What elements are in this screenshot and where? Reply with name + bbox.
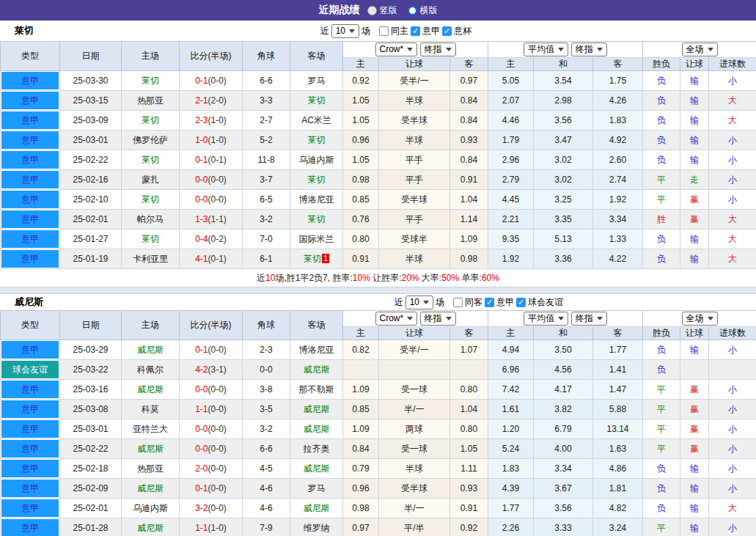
home-team: 莱切 <box>122 150 180 170</box>
odds-cell: 0.97 <box>343 518 379 536</box>
corner-cell: 6-1 <box>243 249 290 269</box>
result-cell: 小 <box>709 170 756 190</box>
avg-odds-cell: 4.17 <box>534 380 593 400</box>
same-home-checkbox[interactable] <box>379 26 389 36</box>
radio-option-horizontal[interactable]: 横版 <box>408 4 438 17</box>
odds-cell: 0.93 <box>450 479 488 499</box>
result-cell: 输 <box>680 499 709 518</box>
result-cell: 赢 <box>680 380 709 400</box>
match-date: 25-03-15 <box>60 91 122 111</box>
result-cell: 平 <box>643 380 680 400</box>
match-date: 25-02-10 <box>60 190 122 210</box>
score-cell: 0-0(0-0) <box>180 380 243 400</box>
club-friendly-checkbox[interactable] <box>516 298 526 307</box>
result-cell: 平 <box>643 170 680 190</box>
result-cell: 输 <box>680 91 709 111</box>
odds-cell: 0.80 <box>450 419 488 439</box>
odds-cell: 0.79 <box>343 459 379 479</box>
odds-source-select[interactable]: Crow* <box>375 43 418 56</box>
odds-final-select[interactable]: 终指 <box>420 43 456 56</box>
avg-source-select[interactable]: 平均值 <box>524 312 568 326</box>
result-cell: 输 <box>680 150 709 170</box>
odds-cell: 0.84 <box>343 439 379 459</box>
team-name: 莱切 <box>15 24 34 37</box>
chevron-down-icon <box>597 317 603 320</box>
odds-cell: 1.09 <box>343 380 379 400</box>
col-score: 比分(半场) <box>180 42 243 71</box>
scope-select[interactable]: 全场 <box>682 312 718 326</box>
odds-source-select[interactable]: Crow* <box>375 312 418 326</box>
col-avg-draw: 和 <box>534 327 593 340</box>
avg-odds-cell: 1.83 <box>488 459 534 479</box>
avg-odds-cell: 4.22 <box>593 249 643 269</box>
odds-cell: 1.14 <box>450 210 488 230</box>
match-row: 意甲25-03-29威尼斯0-1(0-0)2-3博洛尼亚0.82受半/一1.07… <box>1 340 756 360</box>
avg-final-select[interactable]: 终指 <box>571 312 607 326</box>
col-away: 客场 <box>290 311 343 340</box>
match-count-select[interactable]: 10 <box>331 24 359 38</box>
avg-odds-cell: 3.34 <box>534 459 593 479</box>
avg-final-select[interactable]: 终指 <box>571 43 607 56</box>
radio-horizontal-icon[interactable] <box>408 6 417 15</box>
col-type: 类型 <box>1 42 60 71</box>
result-cell: 小 <box>709 518 756 536</box>
result-cell: 输 <box>680 479 709 499</box>
serie-a-checkbox[interactable] <box>411 26 420 36</box>
home-team: 蒙扎 <box>122 170 180 190</box>
odds-cell: 1.09 <box>343 419 379 439</box>
odds-cell: 0.98 <box>343 170 379 190</box>
odds-cell: 受半球 <box>379 190 450 210</box>
score-cell: 3-2(0-0) <box>180 499 243 518</box>
away-team: 莱切 <box>290 210 343 230</box>
score-cell: 1-0(1-0) <box>180 131 243 150</box>
col-corner: 角球 <box>243 311 290 340</box>
home-team: 威尼斯 <box>122 479 180 499</box>
result-cell: 输 <box>680 131 709 150</box>
odds-cell: 0.84 <box>450 111 488 131</box>
odds-cell: 半球 <box>379 249 450 269</box>
avg-odds-cell: 3.47 <box>534 131 593 150</box>
result-cell: 平 <box>643 190 680 210</box>
avg-odds-cell: 2.98 <box>534 91 593 111</box>
col-away: 客场 <box>290 42 343 71</box>
recent-results-page: 近期战绩 竖版 横版 莱切 近 10 场 同主 意甲 意杯 <box>0 0 756 536</box>
radio-option-vertical[interactable]: 竖版 <box>367 4 397 17</box>
score-cell: 2-3(1-0) <box>180 111 243 131</box>
italy-cup-checkbox[interactable] <box>442 26 452 36</box>
result-cell: 小 <box>709 419 756 439</box>
avg-source-select[interactable]: 平均值 <box>524 43 568 56</box>
odds-cell: 0.98 <box>343 499 379 518</box>
radio-vertical-icon[interactable] <box>367 6 377 15</box>
score-cell: 0-0(0-0) <box>180 439 243 459</box>
scope-select[interactable]: 全场 <box>682 43 718 56</box>
score-cell: 1-1(0-0) <box>180 400 243 419</box>
match-row: 意甲25-03-08科莫1-1(0-0)3-5威尼斯0.85半/一1.041.6… <box>1 400 756 419</box>
odds-cell: 受球半 <box>379 230 450 249</box>
league-badge: 意甲 <box>1 71 60 91</box>
score-cell: 1-1(1-0) <box>180 518 243 536</box>
odds-cell: 0.85 <box>343 400 379 419</box>
result-cell: 赢 <box>680 210 709 230</box>
avg-odds-cell: 4.56 <box>534 360 593 380</box>
serie-a-checkbox[interactable] <box>485 298 494 307</box>
same-away-checkbox[interactable] <box>453 298 463 307</box>
match-count-select[interactable]: 10 <box>405 295 433 309</box>
away-team: 罗马 <box>290 71 343 91</box>
chevron-down-icon <box>407 48 413 51</box>
match-row: 意甲25-02-09威尼斯0-1(0-0)4-6罗马0.96受半球0.934.3… <box>1 479 756 499</box>
match-date: 25-02-18 <box>60 459 122 479</box>
avg-odds-cell: 3.36 <box>534 249 593 269</box>
layout-radio-group: 竖版 横版 <box>367 4 438 17</box>
match-date: 25-02-22 <box>60 439 122 459</box>
odds-cell: 受半球 <box>379 111 450 131</box>
chevron-down-icon <box>446 48 452 51</box>
result-cell: 大 <box>709 210 756 230</box>
avg-odds-cell: 5.24 <box>488 439 534 459</box>
result-cell: 小 <box>709 190 756 210</box>
league-badge: 意甲 <box>1 150 60 170</box>
odds-final-select[interactable]: 终指 <box>420 312 456 326</box>
avg-odds-cell: 6.79 <box>534 419 593 439</box>
avg-selects-cell: 平均值 终指 <box>488 42 643 58</box>
odds-cell: 1.04 <box>450 190 488 210</box>
odds-cell: 半/一 <box>379 400 450 419</box>
